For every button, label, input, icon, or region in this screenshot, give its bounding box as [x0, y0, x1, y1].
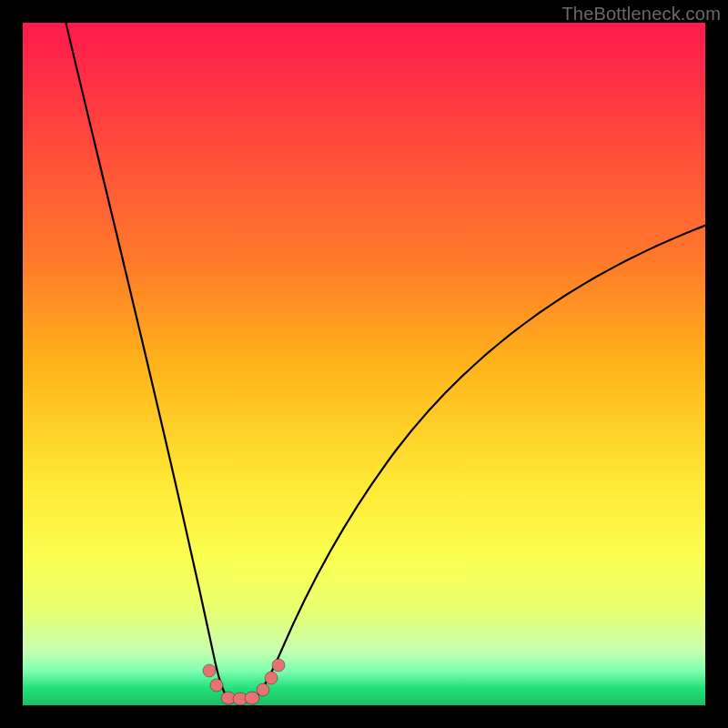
scatter-point [265, 672, 278, 684]
scatter-point [245, 692, 259, 704]
curve-left-branch [64, 23, 229, 700]
bottleneck-curve [23, 23, 705, 705]
scatter-point [203, 664, 216, 677]
watermark-text: TheBottleneck.com [561, 4, 721, 25]
scatter-point [210, 679, 223, 692]
scatter-point [272, 659, 285, 672]
curve-right-branch [253, 225, 705, 700]
plot-frame [23, 23, 705, 705]
scatter-point [257, 683, 269, 696]
